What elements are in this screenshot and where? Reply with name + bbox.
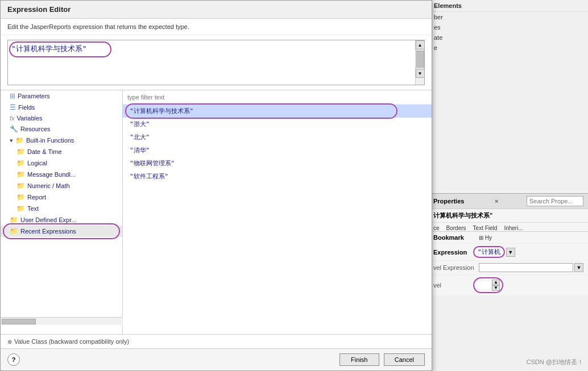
tree-item-variables[interactable]: fx Variables bbox=[1, 113, 122, 123]
datetime-folder-icon: 📁 bbox=[16, 148, 25, 156]
watermark: CSDN @扫地情圣！ bbox=[527, 358, 583, 366]
cancel-button[interactable]: Cancel bbox=[384, 353, 425, 366]
search-properties-input[interactable] bbox=[527, 196, 583, 206]
filter-input[interactable] bbox=[127, 93, 427, 102]
tree-item-userdefined[interactable]: 📁 User Defined Expr... bbox=[1, 214, 122, 226]
content-item-5[interactable]: "物联网管理系" bbox=[123, 157, 432, 170]
help-button[interactable]: ? bbox=[7, 353, 20, 366]
tab-borders[interactable]: Borders bbox=[446, 225, 466, 231]
tree-label-fields: Fields bbox=[18, 104, 35, 111]
value-class-expand-icon[interactable]: ⊕ bbox=[7, 339, 12, 345]
level-row: vel 2 ▲ ▼ bbox=[429, 275, 588, 295]
h-scroll-thumb[interactable] bbox=[2, 319, 36, 324]
content-item-2[interactable]: "浙大" bbox=[123, 118, 432, 131]
resources-icon: 🔧 bbox=[10, 125, 18, 133]
tree-panel: ⊞ Parameters ☰ Fields fx Variables 🔧 Res… bbox=[1, 90, 123, 334]
expression-field-row: Expression "计算机 ▼ bbox=[429, 244, 588, 261]
tree-item-numeric[interactable]: 📁 Numeric / Math bbox=[1, 180, 122, 191]
selected-value-display: 计算机科学与技术系" bbox=[429, 209, 588, 223]
level-decrement-button[interactable]: ▼ bbox=[492, 285, 500, 291]
expression-label: Expression bbox=[433, 249, 473, 256]
builtin-folder-icon: 📁 bbox=[15, 136, 24, 144]
bookmark-row: Bookmark ⊞ Hy bbox=[429, 232, 588, 244]
level-increment-button[interactable]: ▲ bbox=[492, 280, 500, 285]
level-value-input[interactable]: 2 bbox=[477, 281, 491, 289]
expression-textarea[interactable] bbox=[8, 40, 415, 85]
finish-button[interactable]: Finish bbox=[339, 353, 379, 366]
logical-folder-icon: 📁 bbox=[16, 159, 25, 167]
level-label: vel bbox=[433, 282, 473, 289]
numeric-folder-icon: 📁 bbox=[16, 182, 25, 190]
messagebundle-folder-icon: 📁 bbox=[16, 170, 25, 178]
value-class-label: Value Class (backward compatibility only… bbox=[14, 338, 129, 345]
expression-editor-dialog: Expression Editor Edit the JasperReports… bbox=[0, 0, 432, 371]
scroll-thumb[interactable] bbox=[416, 51, 424, 68]
tree-label-recent: Recent Expressions bbox=[20, 228, 76, 235]
level-spinner[interactable]: 2 ▲ ▼ bbox=[473, 277, 503, 293]
tree-item-parameters[interactable]: ⊞ Parameters bbox=[1, 90, 122, 102]
userdefined-folder-icon: 📁 bbox=[10, 216, 18, 224]
tree-label-messagebundle: Message Bundl... bbox=[27, 171, 76, 178]
recent-folder-icon: 📁 bbox=[10, 227, 18, 235]
text-folder-icon: 📁 bbox=[16, 205, 25, 212]
dialog-title: Expression Editor bbox=[1, 1, 432, 19]
recent-expressions-wrapper: 📁 Recent Expressions bbox=[1, 226, 122, 237]
rp-item-3: ate bbox=[429, 32, 588, 43]
tree-item-messagebundle[interactable]: 📁 Message Bundl... bbox=[1, 169, 122, 180]
expression-value-display: "计算机 bbox=[473, 246, 505, 258]
rp-item-2: es bbox=[429, 22, 588, 32]
properties-header: Properties × bbox=[429, 194, 588, 209]
tree-item-resources[interactable]: 🔧 Resources bbox=[1, 123, 122, 135]
tree-label-text: Text bbox=[27, 205, 39, 212]
content-item-4[interactable]: "清华" bbox=[123, 144, 432, 157]
properties-close-icon[interactable]: × bbox=[495, 198, 498, 205]
expression-scrollbar[interactable]: ▲ ▼ bbox=[415, 40, 424, 85]
tree-label-resources: Resources bbox=[20, 126, 51, 132]
tree-label-builtin: Built-in Functions bbox=[26, 137, 74, 144]
tree-label-userdefined: User Defined Expr... bbox=[20, 216, 76, 223]
scroll-down-arrow[interactable]: ▼ bbox=[416, 69, 425, 78]
tab-ce[interactable]: ce bbox=[433, 225, 440, 231]
filter-row bbox=[123, 90, 432, 105]
tree-item-builtin[interactable]: ▾ 📁 Built-in Functions bbox=[1, 135, 122, 146]
tree-item-text[interactable]: 📁 Text bbox=[1, 203, 122, 214]
level-spinner-buttons[interactable]: ▲ ▼ bbox=[492, 280, 500, 291]
content-panel: "计算机科学与技术系" "浙大" "北大" "清华" "物联网管理系" "软件工… bbox=[123, 90, 432, 334]
tree-label-report: Report bbox=[27, 194, 46, 201]
tree-item-logical[interactable]: 📁 Logical bbox=[1, 157, 122, 169]
vel-expression-row: vel Expression ▼ bbox=[429, 261, 588, 275]
expression-edit-button[interactable]: ▼ bbox=[506, 248, 515, 257]
tree-label-datetime: Date & Time bbox=[27, 148, 62, 155]
fields-icon: ☰ bbox=[10, 103, 16, 111]
tree-item-recent[interactable]: 📁 Recent Expressions bbox=[1, 226, 122, 237]
tree-item-datetime[interactable]: 📁 Date & Time bbox=[1, 146, 122, 157]
right-panel: Elements ber es ate e Properties × 计算机科学… bbox=[429, 0, 588, 371]
bottom-panel: ⊞ Parameters ☰ Fields fx Variables 🔧 Res… bbox=[1, 90, 432, 334]
tree-label-logical: Logical bbox=[27, 160, 47, 166]
tab-textfield[interactable]: Text Field bbox=[473, 225, 498, 231]
hy-label: ⊞ Hy bbox=[479, 235, 492, 241]
properties-title: Properties bbox=[433, 198, 464, 205]
tree-item-fields[interactable]: ☰ Fields bbox=[1, 102, 122, 113]
value-class-row: ⊕ Value Class (backward compatibility on… bbox=[1, 334, 432, 348]
vel-expression-input[interactable] bbox=[479, 263, 573, 272]
content-item-3[interactable]: "北大" bbox=[123, 131, 432, 144]
elements-title: Elements bbox=[429, 0, 588, 12]
report-folder-icon: 📁 bbox=[16, 193, 25, 201]
content-item-6[interactable]: "软件工程系" bbox=[123, 170, 432, 183]
builtin-expand-icon: ▾ bbox=[10, 137, 13, 144]
rp-item-1: ber bbox=[429, 12, 588, 22]
horizontal-scrollbar[interactable] bbox=[1, 317, 123, 325]
tree-label-numeric: Numeric / Math bbox=[27, 182, 70, 189]
scroll-up-arrow[interactable]: ▲ bbox=[416, 40, 425, 49]
tree-item-report[interactable]: 📁 Report bbox=[1, 191, 122, 203]
vel-expression-button[interactable]: ▼ bbox=[574, 263, 583, 272]
tree-label-variables: Variables bbox=[17, 115, 43, 122]
variables-icon: fx bbox=[10, 115, 15, 122]
bookmark-label: Bookmark bbox=[433, 234, 479, 241]
content-item-1[interactable]: "计算机科学与技术系" bbox=[123, 105, 432, 118]
tab-inherit[interactable]: Inheri... bbox=[504, 225, 523, 231]
rp-item-4: e bbox=[429, 43, 588, 53]
properties-tabs: ce Borders Text Field Inheri... bbox=[429, 223, 588, 232]
content-items-wrapper: "计算机科学与技术系" bbox=[123, 105, 432, 118]
